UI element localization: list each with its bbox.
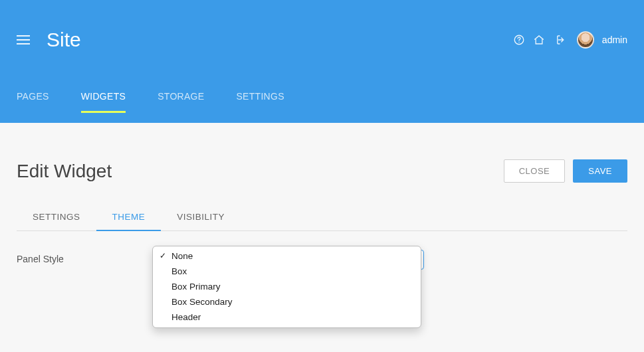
logout-icon[interactable]: [553, 34, 565, 46]
sub-tab-theme[interactable]: THEME: [96, 204, 161, 231]
content-area: Edit Widget CLOSE SAVE SETTINGS THEME VI…: [0, 123, 644, 286]
close-button[interactable]: CLOSE: [504, 159, 566, 183]
option-box-secondary[interactable]: Box Secondary: [153, 295, 421, 310]
panel-style-dropdown: None Box Box Primary Box Secondary Heade…: [152, 246, 421, 328]
save-button[interactable]: SAVE: [573, 159, 627, 183]
menu-icon[interactable]: [17, 35, 30, 44]
option-box[interactable]: Box: [153, 264, 421, 280]
panel-style-select-wrap: None None Box Box Primary Box Secondary …: [155, 250, 424, 270]
panel-style-label: Panel Style: [17, 250, 155, 264]
username: admin: [602, 35, 627, 45]
page-title: Edit Widget: [17, 161, 112, 182]
sub-tab-visibility[interactable]: VISIBILITY: [161, 204, 241, 231]
tab-widgets[interactable]: WIDGETS: [81, 82, 126, 113]
option-header[interactable]: Header: [153, 310, 421, 325]
panel-style-row: Panel Style None None Box Box Primary Bo…: [17, 250, 627, 270]
help-icon[interactable]: [513, 34, 525, 46]
avatar[interactable]: [577, 31, 594, 48]
tab-pages[interactable]: PAGES: [17, 82, 49, 113]
option-box-primary[interactable]: Box Primary: [153, 280, 421, 295]
tab-settings[interactable]: SETTINGS: [236, 82, 284, 113]
header-top: Site admi: [0, 0, 644, 80]
tab-storage[interactable]: STORAGE: [158, 82, 204, 113]
header-right: admin: [513, 31, 627, 48]
app-header: Site admi: [0, 0, 644, 123]
sub-tabs: SETTINGS THEME VISIBILITY: [17, 204, 627, 231]
page-head: Edit Widget CLOSE SAVE: [17, 159, 627, 183]
site-title: Site: [47, 29, 81, 51]
action-buttons: CLOSE SAVE: [504, 159, 627, 183]
sub-tab-settings[interactable]: SETTINGS: [17, 204, 96, 231]
home-icon[interactable]: [533, 34, 545, 46]
svg-point-1: [518, 42, 519, 43]
primary-tabs: PAGES WIDGETS STORAGE SETTINGS: [0, 80, 644, 113]
option-none[interactable]: None: [153, 249, 421, 264]
